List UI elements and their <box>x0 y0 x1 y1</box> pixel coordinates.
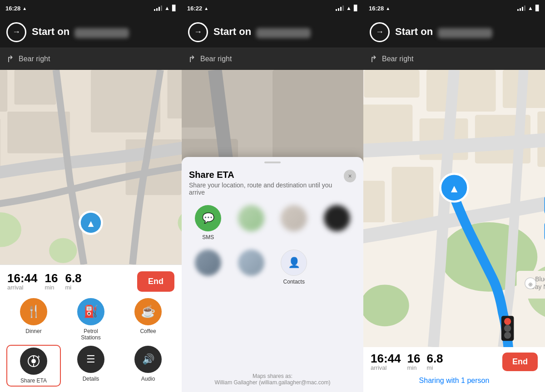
contacts-avatar: 👤 <box>281 250 307 276</box>
right-distance-stat: 6.8 mi <box>426 353 443 371</box>
right-map-svg: Bluebells Day Nursery ▲ <box>363 70 545 347</box>
contacts-row-2: 👤 Contacts <box>182 245 363 289</box>
sub-nav-1: ↱ Bear right <box>0 48 182 70</box>
share-eta-icon-1: + <box>20 348 47 375</box>
svg-rect-2 <box>15 70 56 105</box>
contact-dark[interactable] <box>318 205 357 240</box>
sms-avatar: 💬 <box>195 205 221 231</box>
share-eta-modal: Share ETA Share your location, route and… <box>182 157 363 392</box>
nav-street-1 <box>74 28 129 38</box>
contact-blurred-2[interactable] <box>275 205 313 240</box>
status-time-1: 16:28 ▲ <box>5 5 27 12</box>
svg-rect-41 <box>363 181 385 222</box>
battery-icon-1: ▊ <box>172 5 176 11</box>
contacts-label: Contacts <box>283 279 305 285</box>
sub-nav-text-3: Bear right <box>382 55 413 63</box>
sms-label: SMS <box>202 234 214 240</box>
dinner-icon-1: 🍴 <box>20 298 47 325</box>
signal-icon-1 <box>154 5 162 11</box>
petrol-label-1: PetrolStations <box>81 328 100 341</box>
details-icon-1: ☰ <box>77 346 104 373</box>
bear-right-icon-3: ↱ <box>370 54 377 64</box>
dinner-label-1: Dinner <box>25 328 41 334</box>
right-duration-stat: 16 min <box>407 353 421 371</box>
action-dinner-1[interactable]: 🍴 Dinner <box>7 298 60 341</box>
nav-street-2 <box>256 28 311 38</box>
nav-street-3 <box>438 28 492 38</box>
petrol-icon-1: ⛽ <box>77 298 104 325</box>
svg-text:⊕: ⊕ <box>528 281 533 288</box>
svg-text:Bluebells: Bluebells <box>535 276 545 283</box>
dark-avatar <box>324 205 350 231</box>
contact-empty <box>318 250 357 285</box>
signal-icon-2 <box>336 5 344 11</box>
wifi-icon-3: ▲ <box>528 5 533 11</box>
map-svg-1: ▲ <box>0 70 182 265</box>
audio-label-1: Audio <box>141 376 155 382</box>
wifi-icon-1: ▲ <box>164 5 170 11</box>
contact-blurred-1[interactable] <box>232 205 271 240</box>
action-audio-1[interactable]: 🔊 Audio <box>122 346 174 386</box>
status-icons-1: ▲ ▊ <box>154 5 176 11</box>
sub-nav-text-2: Bear right <box>200 55 232 63</box>
action-coffee-1[interactable]: ☕ Coffee <box>122 298 174 341</box>
action-petrol-1[interactable]: ⛽ PetrolStations <box>64 298 117 341</box>
wifi-icon-2: ▲ <box>346 5 352 11</box>
right-map: Bluebells Day Nursery ▲ <box>363 70 545 347</box>
trip-info-1: 16:44 arrival 16 min 6.8 mi End <box>7 271 174 292</box>
bear-right-icon-2: ↱ <box>188 54 196 64</box>
status-bar-2: 16:22 ▲ ▲ ▊ <box>182 0 363 16</box>
sharing-text[interactable]: Sharing with 1 person <box>371 375 538 388</box>
nav-title-1: Start on <box>32 26 129 38</box>
nav-icon-3 <box>370 22 390 42</box>
sub-nav-2: ↱ Bear right <box>182 48 363 70</box>
nav-header-3: Start on <box>363 16 545 48</box>
contact-photo-2[interactable] <box>232 250 271 285</box>
status-bar-1: 16:28 ▲ ▲ ▊ <box>0 0 182 16</box>
status-time-2: 16:22 ▲ <box>187 5 208 12</box>
audio-icon-1: 🔊 <box>134 346 162 373</box>
status-icons-3: ▲ ▊ <box>517 5 540 11</box>
arrival-stat-1: 16:44 arrival <box>7 272 38 291</box>
nav-icon-1 <box>6 22 26 42</box>
time-display-2: 16:22 <box>187 5 202 12</box>
nav-header-1: Start on <box>0 16 182 48</box>
coffee-label-1: Coffee <box>140 328 156 334</box>
action-share-eta-1[interactable]: + Share ETA <box>7 346 60 386</box>
status-icons-2: ▲ ▊ <box>336 5 358 11</box>
battery-icon-2: ▊ <box>354 5 358 11</box>
bottom-panel-1: 16:44 arrival 16 min 6.8 mi End 🍴 Dinner… <box>0 265 182 392</box>
details-label-1: Details <box>83 376 99 382</box>
svg-rect-34 <box>426 70 496 112</box>
share-eta-label-1: Share ETA <box>20 377 47 384</box>
distance-stat-1: 6.8 mi <box>65 272 81 291</box>
photo-avatar-2 <box>238 250 264 276</box>
end-button-1[interactable]: End <box>137 271 174 292</box>
blurred-avatar-2 <box>281 205 307 231</box>
action-details-1[interactable]: ☰ Details <box>64 346 117 386</box>
svg-rect-3 <box>0 118 0 174</box>
modal-subtitle: Share your location, route and destinati… <box>189 181 344 196</box>
contact-photo-1[interactable] <box>189 250 228 285</box>
svg-point-52 <box>504 318 511 325</box>
contact-contacts[interactable]: 👤 Contacts <box>275 250 313 285</box>
status-bar-3: 16:28 ▲ ▲ ▊ <box>363 0 545 16</box>
svg-rect-42 <box>392 167 434 222</box>
signal-icon-3 <box>517 5 525 11</box>
contact-sms[interactable]: 💬 SMS <box>189 205 228 240</box>
footer-text-1: Maps shares as: <box>189 373 356 379</box>
modal-close-button[interactable]: × <box>344 170 356 182</box>
right-end-button[interactable]: End <box>502 353 538 371</box>
modal-title-group: Share ETA Share your location, route and… <box>189 170 344 196</box>
action-grid-1: 🍴 Dinner ⛽ PetrolStations ☕ Coffee <box>7 298 174 386</box>
blurred-avatar-1 <box>238 205 264 231</box>
svg-text:▲: ▲ <box>86 218 95 229</box>
svg-rect-6 <box>167 70 182 118</box>
modal-header: Share ETA Share your location, route and… <box>182 163 363 201</box>
time-display-3: 16:28 <box>369 5 384 12</box>
bear-right-icon-1: ↱ <box>6 54 14 64</box>
svg-point-14 <box>31 359 36 363</box>
svg-rect-1 <box>0 70 7 112</box>
panel-1: 16:28 ▲ ▲ ▊ Start on ↱ Bear right <box>0 0 182 392</box>
time-display-1: 16:28 <box>5 5 20 12</box>
